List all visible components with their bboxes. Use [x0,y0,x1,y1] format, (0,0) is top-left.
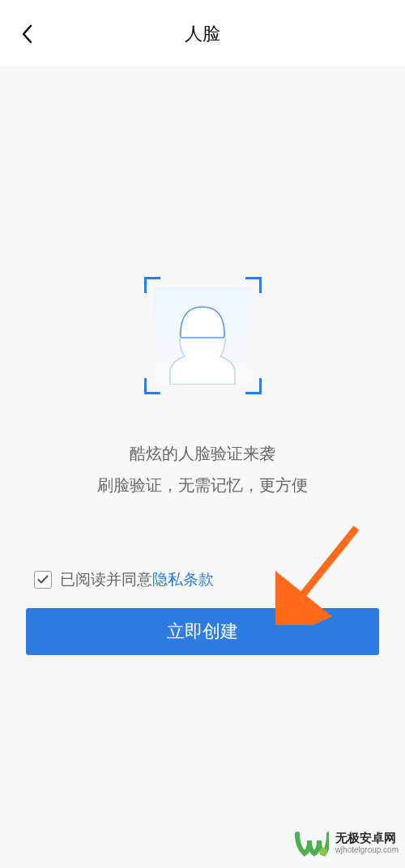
svg-point-1 [319,848,327,856]
agreement-checkbox[interactable] [34,571,52,589]
agreement-row: 已阅读并同意 隐私条款 [0,569,405,590]
content-area: 酷炫的人脸验证来袭 刷脸验证，无需记忆，更方便 已阅读并同意 隐私条款 立即创建 [0,68,405,868]
description-line-1: 酷炫的人脸验证来袭 [130,443,275,465]
header: 人脸 [0,0,405,68]
watermark-name: 无极安卓网 [335,831,399,845]
face-silhouette-icon [154,287,252,385]
watermark-url: wjhotelgroup.com [335,845,399,855]
watermark-text: 无极安卓网 wjhotelgroup.com [335,831,399,855]
privacy-link[interactable]: 隐私条款 [152,569,214,590]
back-button[interactable] [15,22,39,46]
create-button[interactable]: 立即创建 [26,608,379,655]
face-scan-frame [144,277,262,394]
create-button-label: 立即创建 [167,619,238,644]
check-icon [37,575,49,585]
watermark: 无极安卓网 wjhotelgroup.com [295,826,399,860]
page-title: 人脸 [185,22,220,46]
chevron-left-icon [21,24,32,44]
watermark-logo-icon [295,826,329,860]
agreement-text: 已阅读并同意 [60,569,152,590]
description-line-2: 刷脸验证，无需记忆，更方便 [97,474,308,496]
